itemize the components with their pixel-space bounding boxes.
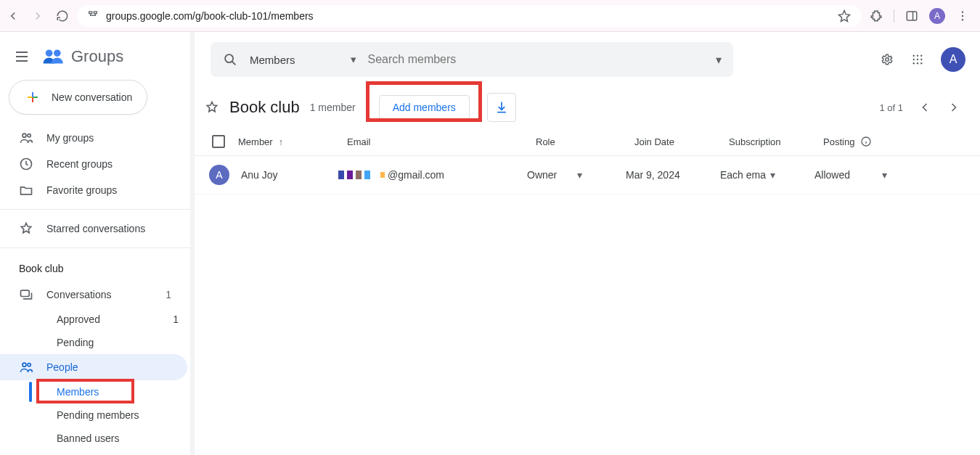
search-options-dropdown-icon[interactable]: ▾	[716, 53, 722, 67]
next-page-icon[interactable]	[947, 100, 961, 115]
svg-point-16	[886, 58, 889, 62]
export-download-button[interactable]	[487, 93, 516, 122]
forward-icon[interactable]	[30, 9, 45, 23]
sidebar: Groups New conversation My groups Recent…	[0, 32, 195, 455]
nav-label: People	[46, 361, 78, 373]
posting-dropdown[interactable]: Allowed▾	[814, 169, 902, 181]
nav-pending-members[interactable]: Pending members	[0, 403, 195, 427]
favorite-star-icon[interactable]	[205, 100, 219, 115]
col-sub-header[interactable]: Subscription	[729, 136, 823, 147]
subscription-dropdown[interactable]: Each ema▾	[720, 169, 814, 181]
site-info-icon[interactable]	[87, 9, 99, 22]
role-dropdown[interactable]: Owner▾	[527, 169, 626, 181]
search-scope-dropdown[interactable]: Members ▾	[250, 53, 356, 66]
nav-approved[interactable]: Approved 1	[0, 308, 195, 331]
side-panel-icon[interactable]	[905, 9, 919, 23]
join-date: Mar 9, 2024	[626, 169, 720, 181]
svg-point-4	[962, 15, 963, 16]
browser-profile-avatar[interactable]: A	[929, 8, 945, 24]
svg-point-20	[913, 59, 915, 60]
col-role-header[interactable]: Role	[536, 136, 634, 147]
divider	[0, 247, 195, 248]
svg-point-12	[23, 363, 26, 366]
url-bar[interactable]: groups.google.com/g/book-club-101/member…	[77, 5, 862, 27]
svg-point-22	[920, 59, 922, 60]
browser-menu-icon[interactable]	[955, 9, 970, 23]
nav-about[interactable]: About	[0, 450, 187, 455]
app-title: Groups	[71, 47, 123, 66]
page-indicator: 1 of 1	[879, 102, 903, 113]
back-icon[interactable]	[6, 9, 20, 23]
info-icon[interactable]	[860, 136, 872, 147]
star-icon	[19, 221, 33, 236]
sort-ascending-icon[interactable]: ↑	[279, 136, 284, 147]
nav-label: Banned users	[57, 433, 119, 444]
svg-point-9	[28, 134, 30, 137]
nav-label: Recent groups	[46, 158, 113, 170]
prev-page-icon[interactable]	[918, 100, 932, 115]
nav-people[interactable]: People	[0, 354, 187, 380]
search-icon[interactable]	[222, 52, 238, 67]
add-members-button[interactable]: Add members	[379, 95, 470, 120]
member-name: Anu Joy	[241, 169, 338, 181]
nav-label: Favorite groups	[46, 184, 117, 196]
clock-icon	[19, 157, 33, 171]
svg-point-19	[920, 55, 922, 57]
reload-icon[interactable]	[55, 9, 70, 23]
nav-my-groups[interactable]: My groups	[0, 125, 187, 151]
svg-point-23	[913, 62, 915, 64]
select-all-checkbox[interactable]	[212, 135, 225, 148]
col-join-header[interactable]: Join Date	[634, 136, 729, 147]
search-input[interactable]	[368, 53, 704, 66]
members-table: Member ↑ Email Role Join Date Subscripti…	[195, 131, 980, 194]
svg-point-3	[962, 11, 963, 12]
svg-point-5	[962, 19, 963, 20]
extensions-icon[interactable]	[869, 9, 883, 23]
folder-star-icon	[19, 183, 33, 197]
nav-pending[interactable]: Pending	[0, 331, 195, 354]
group-title: Book club	[229, 98, 300, 117]
col-email-header[interactable]: Email	[347, 136, 536, 147]
col-member-header[interactable]: Member	[238, 136, 273, 147]
nav-label: Members	[57, 386, 99, 398]
bookmark-star-icon[interactable]	[837, 9, 852, 23]
table-row[interactable]: A Anu Joy @gmail.com Owner▾ Mar 9, 2024	[195, 156, 980, 194]
member-avatar[interactable]: A	[209, 165, 229, 185]
nav-label: Conversations	[46, 289, 112, 300]
apps-grid-icon[interactable]	[910, 52, 925, 67]
search-bar[interactable]: Members ▾ ▾	[211, 42, 733, 77]
nav-conversations[interactable]: Conversations 1	[0, 282, 187, 308]
nav-label: Approved	[57, 313, 100, 325]
nav-banned-users[interactable]: Banned users	[0, 427, 195, 450]
count-badge: 1	[166, 289, 171, 300]
browser-chrome: groups.google.com/g/book-club-101/member…	[0, 0, 980, 32]
account-avatar[interactable]: A	[941, 47, 965, 72]
svg-point-13	[28, 364, 30, 366]
new-conversation-button[interactable]: New conversation	[9, 80, 147, 115]
pagination: 1 of 1	[879, 100, 964, 115]
search-scope-label: Members	[250, 54, 295, 66]
member-email: @gmail.com	[338, 169, 527, 181]
svg-point-25	[920, 62, 922, 64]
nav-favorite-groups[interactable]: Favorite groups	[0, 177, 187, 203]
nav-label: Starred conversations	[46, 223, 145, 234]
conversations-icon	[19, 287, 33, 302]
people-icon	[19, 131, 33, 145]
svg-point-18	[917, 55, 918, 57]
svg-point-15	[225, 54, 233, 62]
groups-logo[interactable]: Groups	[42, 46, 123, 67]
svg-rect-1	[94, 12, 97, 14]
main-menu-icon[interactable]	[13, 48, 30, 65]
svg-rect-11	[21, 290, 30, 296]
divider	[894, 9, 894, 22]
nav-members[interactable]: Members	[0, 380, 195, 403]
svg-point-24	[917, 62, 918, 64]
settings-gear-icon[interactable]	[880, 52, 894, 67]
col-post-header[interactable]: Posting	[823, 136, 854, 147]
svg-point-8	[23, 134, 26, 137]
group-section-label: Book club	[0, 254, 195, 282]
nav-recent-groups[interactable]: Recent groups	[0, 151, 187, 177]
nav-starred-conversations[interactable]: Starred conversations	[0, 216, 187, 242]
svg-point-17	[913, 55, 915, 57]
svg-point-7	[54, 49, 61, 57]
